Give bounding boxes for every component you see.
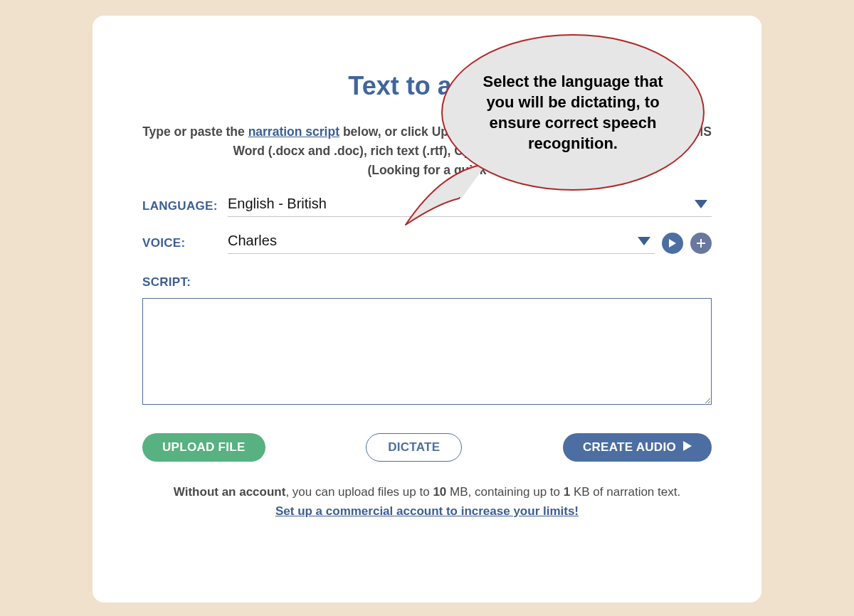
instructions-part1: Type or paste the xyxy=(142,124,248,139)
footer-part1: , you can upload files up to xyxy=(285,485,433,499)
voice-row: VOICE: Charles xyxy=(142,233,712,254)
voice-value: Charles xyxy=(228,233,632,249)
script-label: SCRIPT: xyxy=(142,275,712,290)
action-button-row: UPLOAD FILE DICTATE CREATE AUDIO xyxy=(142,433,712,462)
footer-bold3: 1 xyxy=(564,485,570,499)
add-voice-button[interactable] xyxy=(690,233,712,254)
language-label: LANGUAGE: xyxy=(142,199,228,213)
dictate-button[interactable]: DICTATE xyxy=(366,433,462,462)
play-icon xyxy=(669,239,676,248)
svg-rect-4 xyxy=(697,243,705,244)
setup-account-link[interactable]: Set up a commercial account to increase … xyxy=(275,504,579,518)
create-audio-label: CREATE AUDIO xyxy=(583,440,676,455)
tooltip-callout: Select the language that you will be dic… xyxy=(441,34,705,216)
svg-marker-1 xyxy=(638,237,650,245)
play-icon xyxy=(683,440,692,455)
voice-select[interactable]: Charles xyxy=(228,233,655,254)
upload-file-button[interactable]: UPLOAD FILE xyxy=(142,433,265,462)
footer-text: Without an account, you can upload files… xyxy=(142,483,712,521)
voice-label: VOICE: xyxy=(142,236,228,250)
svg-marker-5 xyxy=(683,441,692,451)
chevron-down-icon xyxy=(638,237,650,245)
footer-part2: MB, containing up to xyxy=(446,485,563,499)
footer-bold2: 10 xyxy=(433,485,446,499)
play-voice-button[interactable] xyxy=(662,233,683,254)
narration-script-link[interactable]: narration script xyxy=(248,124,339,139)
instructions-part2: below, or click xyxy=(339,124,432,139)
plus-icon xyxy=(697,239,705,248)
footer-part3: KB of narration text. xyxy=(570,485,680,499)
create-audio-button[interactable]: CREATE AUDIO xyxy=(563,433,712,462)
footer-bold1: Without an account xyxy=(174,485,286,499)
tooltip-text: Select the language that you will be dic… xyxy=(441,34,705,191)
svg-marker-2 xyxy=(669,239,676,248)
script-input[interactable] xyxy=(142,298,712,405)
